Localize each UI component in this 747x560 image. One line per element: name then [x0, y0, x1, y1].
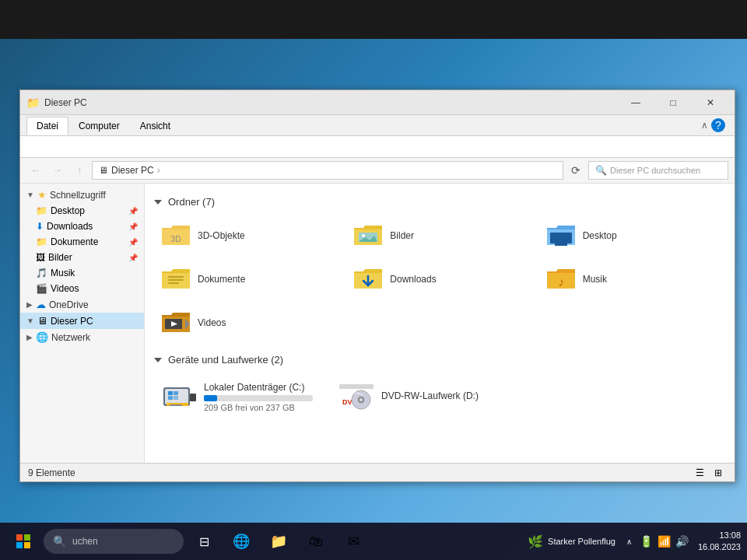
folder-label-dokumente: Dokumente: [198, 274, 245, 285]
device-c-info: Lokaler Datenträger (C:) 209 GB frei von…: [204, 382, 313, 412]
taskbar-start-button[interactable]: [6, 524, 40, 558]
system-clock[interactable]: 13:08 16.08.2023: [698, 530, 741, 554]
folder-item-dokumente[interactable]: Dokumente: [154, 261, 340, 298]
view-large-icons-button[interactable]: ⊞: [710, 465, 727, 481]
folder-item-videos[interactable]: Videos: [154, 304, 340, 341]
folders-section-header: Ordner (7): [154, 196, 725, 208]
taskbar-search-icon: 🔍: [53, 535, 66, 548]
folder-item-3dobjekte[interactable]: 3D 3D-Objekte: [154, 217, 340, 254]
pin-icon: 📌: [128, 207, 138, 215]
folder-label-musik: Musik: [583, 274, 607, 285]
sidebar-schnellzugriff-header[interactable]: ▼ ★ Schnellzugriff: [20, 187, 144, 203]
folder-item-bilder[interactable]: Bilder: [346, 217, 532, 254]
device-d-info: DVD-RW-Laufwerk (D:): [381, 390, 479, 404]
ribbon: Datei Computer Ansicht ∧ ?: [20, 115, 735, 158]
maximize-button[interactable]: □: [655, 91, 691, 114]
device-item-c[interactable]: Lokaler Datenträger (C:) 209 GB frei von…: [154, 375, 319, 418]
volume-icon: 🔊: [675, 535, 689, 548]
sidebar-item-dieser-pc[interactable]: ▼ 🖥 Dieser PC: [20, 313, 144, 329]
taskbar-search-box[interactable]: 🔍 uchen: [44, 529, 184, 554]
tab-datei[interactable]: Datei: [26, 117, 68, 135]
taskbar-edge[interactable]: 🌐: [224, 524, 258, 558]
svg-rect-16: [170, 404, 182, 406]
svg-rect-27: [24, 534, 30, 541]
sidebar-item-desktop[interactable]: 📁 Desktop 📌: [20, 203, 144, 219]
svg-point-25: [359, 398, 363, 401]
clock-date: 16.08.2023: [698, 541, 741, 553]
taskbar-mail[interactable]: ✉: [336, 524, 370, 558]
tab-ansicht[interactable]: Ansicht: [130, 117, 181, 135]
ribbon-tabs: Datei Computer Ansicht ∧ ?: [20, 115, 735, 135]
close-button[interactable]: ✕: [693, 91, 728, 114]
tab-computer[interactable]: Computer: [68, 117, 130, 135]
sidebar-netzwerk-header[interactable]: ▶ 🌐 Netzwerk: [20, 329, 144, 345]
folder-grid: 3D 3D-Objekte: [154, 217, 725, 341]
ribbon-expand-icon[interactable]: ∧: [701, 120, 708, 131]
svg-rect-4: [555, 243, 567, 246]
clock-time: 13:08: [698, 530, 741, 541]
folder-icon-dokumente: 📁: [36, 236, 47, 247]
folder-item-desktop[interactable]: Desktop: [539, 217, 725, 254]
breadcrumb-text: Dieser PC: [111, 165, 154, 176]
ribbon-content: [20, 135, 735, 157]
taskbar-explorer[interactable]: 📁: [261, 524, 296, 558]
svg-text:3D: 3D: [171, 235, 181, 243]
sidebar-netzwerk-label: Netzwerk: [51, 332, 90, 343]
svg-text:♪: ♪: [558, 275, 564, 289]
sidebar-item-videos[interactable]: 🎬 Videos: [20, 281, 144, 296]
folder-icon-downloads-main: [352, 265, 384, 293]
dieser-pc-icon: 🖥: [37, 315, 47, 327]
taskbar: 🔍 uchen ⊟ 🌐 📁 🛍 ✉ 🌿 Starker Pollenflug ∧…: [0, 523, 747, 560]
device-grid: Lokaler Datenträger (C:) 209 GB frei von…: [154, 375, 725, 418]
folder-icon-videos: 🎬: [36, 283, 47, 294]
taskbar-left: 🔍 uchen ⊟ 🌐 📁 🛍 ✉: [6, 524, 521, 558]
svg-rect-28: [16, 542, 23, 548]
sidebar-onedrive-header[interactable]: ▶ ☁ OneDrive: [20, 296, 144, 313]
expand-tray-icon[interactable]: ∧: [626, 537, 632, 546]
search-icon: 🔍: [595, 165, 607, 176]
folder-item-downloads[interactable]: Downloads: [346, 261, 532, 298]
view-details-button[interactable]: ☰: [691, 465, 708, 481]
pin-icon-dokumente: 📌: [128, 238, 138, 247]
sidebar-item-downloads[interactable]: ⬇ Downloads 📌: [20, 219, 144, 234]
folder-item-musik[interactable]: ♪ Musik: [539, 261, 725, 298]
sidebar-dokumente-label: Dokumente: [51, 236, 98, 247]
pollen-label: Starker Pollenflug: [548, 537, 615, 546]
svg-rect-18: [174, 391, 178, 395]
sidebar-dieser-pc-label: Dieser PC: [51, 316, 93, 327]
taskbar-store[interactable]: 🛍: [299, 524, 333, 558]
device-icon-c: [160, 378, 198, 415]
storage-bar-bg-c: [204, 395, 313, 401]
netzwerk-icon: 🌐: [36, 331, 48, 343]
title-bar-left: 📁 Dieser PC: [26, 96, 87, 109]
folder-icon-desktop: 📁: [36, 205, 47, 216]
address-input[interactable]: 🖥 Dieser PC ›: [92, 161, 563, 180]
folder-icon-musik-main: ♪: [545, 265, 577, 293]
svg-rect-19: [168, 396, 173, 400]
forward-button[interactable]: →: [48, 161, 67, 180]
folder-icon-bilder-main: [352, 222, 384, 250]
help-icon[interactable]: ?: [711, 118, 725, 132]
pin-icon-bilder: 📌: [128, 254, 138, 262]
sidebar-item-musik[interactable]: 🎵 Musik: [20, 265, 144, 281]
minimize-button[interactable]: —: [618, 91, 654, 114]
svg-rect-29: [24, 542, 30, 548]
file-view: Ordner (7) 3D 3D-Objekte: [145, 184, 735, 463]
svg-rect-17: [168, 391, 173, 395]
folder-label-3dobjekte: 3D-Objekte: [198, 230, 245, 241]
sidebar-item-bilder[interactable]: 🖼 Bilder 📌: [20, 250, 144, 265]
back-button[interactable]: ←: [26, 161, 45, 180]
up-button[interactable]: ↑: [70, 161, 89, 180]
svg-rect-7: [168, 282, 179, 284]
storage-bar-fill-c: [204, 395, 217, 401]
sidebar: ▼ ★ Schnellzugriff 📁 Desktop 📌 ⬇ Downloa…: [20, 184, 145, 463]
search-box[interactable]: 🔍 Dieser PC durchsuchen: [588, 161, 728, 180]
device-item-d[interactable]: DVD DVD-RW-Laufwerk (D:): [331, 375, 485, 418]
svg-rect-6: [168, 279, 184, 281]
sidebar-item-dokumente[interactable]: 📁 Dokumente 📌: [20, 234, 144, 250]
sidebar-desktop-label: Desktop: [51, 205, 85, 216]
folder-label-bilder: Bilder: [390, 230, 414, 241]
refresh-button[interactable]: ⟳: [566, 161, 585, 180]
device-icon-d: DVD: [338, 378, 375, 415]
taskbar-task-view[interactable]: ⊟: [187, 524, 221, 558]
